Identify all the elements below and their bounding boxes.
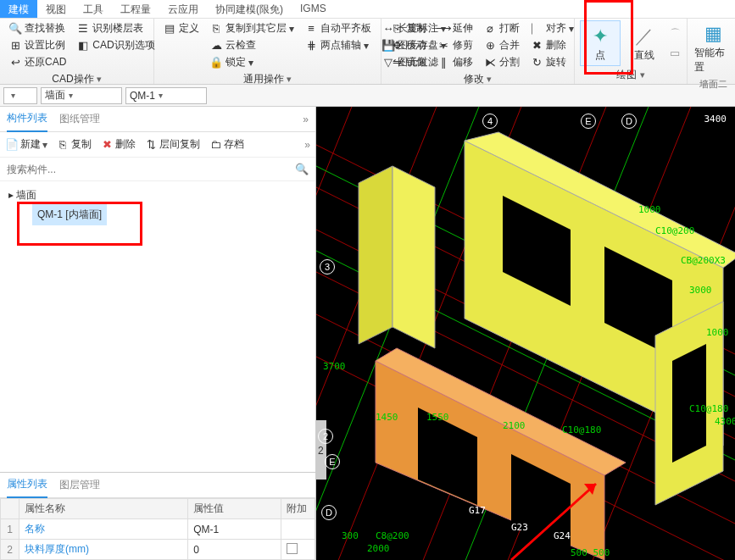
combo-type[interactable]: QM-1▾ (125, 87, 207, 104)
lock-icon: 🔒 (209, 56, 223, 69)
copy-icon: ⎘ (390, 22, 404, 36)
workspace: 构件列表 图纸管理 » 📄新建 ▾ ⎘复制 ✖删除 ⇅层间复制 🗀存档 » 🔍 … (0, 107, 735, 560)
btn-line[interactable]: ／ 直线 (624, 20, 665, 66)
btn-rotate[interactable]: ↻旋转 (526, 54, 577, 70)
col-name: 属性名称 (19, 499, 188, 519)
svg-marker-17 (393, 166, 435, 348)
options-icon: ◧ (76, 39, 90, 53)
search-input[interactable] (7, 164, 295, 175)
component-tree[interactable]: ▸ 墙面 QM-1 [内墙面] (0, 181, 315, 472)
btn-auto-level[interactable]: ≡自动平齐板 (301, 20, 375, 36)
btn-cad-options[interactable]: ◧CAD识别选项 (73, 37, 158, 53)
tab-drawing-mgmt[interactable]: 图纸管理 (59, 107, 100, 131)
restore-icon: ↩ (8, 56, 22, 69)
property-panel: 属性列表 图层管理 属性名称 属性值 附加 1 名称 QM-1 2 (0, 472, 315, 560)
panel-tabs: 构件列表 图纸管理 » (0, 107, 315, 132)
btn-merge[interactable]: ⊕合并 (480, 37, 523, 53)
btn-lock[interactable]: 🔒锁定 ▾ (206, 54, 298, 70)
btn-extend[interactable]: ⟶延伸 (433, 20, 476, 36)
layer-icon: ☰ (76, 22, 90, 36)
selector-bar: ▾ 墙面▾ QM-1▾ (0, 85, 735, 107)
btn-delete-item[interactable]: ✖删除 (100, 137, 136, 152)
btn-layer-copy[interactable]: ⇅层间复制 (144, 137, 200, 152)
group-label-general: 通用操作 ▾ (159, 70, 376, 86)
layercopy-icon: ⇅ (144, 138, 158, 152)
svg-marker-16 (359, 166, 393, 344)
toolbar-more-icon[interactable]: » (304, 139, 310, 151)
btn-offset[interactable]: ‖偏移 (433, 54, 476, 70)
btn-delete[interactable]: ✖删除 (526, 37, 577, 53)
btn-identify-layer[interactable]: ☰识别楼层表 (73, 20, 158, 36)
combo-empty[interactable]: ▾ (3, 87, 37, 104)
axis-marker: E (581, 114, 596, 129)
rect-icon[interactable]: ▭ (668, 46, 682, 59)
tab-model[interactable]: 建模 (0, 0, 37, 18)
left-panel: 构件列表 图纸管理 » 📄新建 ▾ ⎘复制 ✖删除 ⇅层间复制 🗀存档 » 🔍 … (0, 107, 316, 560)
btn-restore-cad[interactable]: ↩还原CAD (5, 54, 70, 70)
btn-archive[interactable]: 🗀存档 (209, 137, 244, 152)
merge-icon: ⊕ (483, 39, 497, 53)
combo-category[interactable]: 墙面▾ (41, 87, 122, 104)
btn-define[interactable]: ▤定义 (159, 20, 203, 36)
tree-root[interactable]: ▸ 墙面 (8, 186, 307, 204)
btn-find-replace[interactable]: 🔍查找替换 (5, 20, 70, 36)
line-icon: ／ (632, 25, 656, 48)
btn-copy-item[interactable]: ⎘复制 (56, 137, 92, 152)
rotate-icon: ↻ (530, 56, 543, 69)
tab-layer-mgmt[interactable]: 图层管理 (59, 473, 100, 497)
panel-more-icon[interactable]: » (303, 114, 309, 125)
btn-split[interactable]: ⧔分割 (480, 54, 523, 70)
trim-icon: ✂ (437, 39, 450, 53)
tab-collab[interactable]: 协同建模(限免) (207, 0, 292, 18)
table-row[interactable]: 1 名称 QM-1 (1, 519, 315, 540)
group-label-cad: CAD操作 ▾ (5, 70, 148, 86)
btn-break[interactable]: ⌀打断 (480, 20, 523, 36)
chevron-down-icon: ▾ (69, 91, 73, 100)
new-icon: 📄 (5, 138, 19, 152)
btn-cloud-check[interactable]: ☁云检查 (206, 37, 298, 53)
tab-component-list[interactable]: 构件列表 (7, 106, 47, 132)
btn-point[interactable]: ✦ 点 (580, 20, 621, 66)
col-extra: 附加 (281, 499, 315, 519)
split-icon: ⧔ (483, 56, 497, 69)
table-row[interactable]: 2 块料厚度(mm) 0 (1, 540, 315, 560)
viewport-svg: 2 (316, 107, 735, 560)
point-icon: ✦ (588, 25, 612, 48)
axis-marker: 4 (482, 114, 498, 129)
btn-two-point[interactable]: ⋕两点辅轴 ▾ (301, 37, 375, 53)
chevron-down-icon: ▾ (159, 91, 163, 100)
tab-view[interactable]: 视图 (37, 0, 75, 18)
search-icon-2[interactable]: 🔍 (295, 163, 309, 176)
property-table: 属性名称 属性值 附加 1 名称 QM-1 2 块料厚度(mm) 0 (0, 498, 315, 560)
btn-trim[interactable]: ✂修剪 (433, 37, 476, 53)
break-icon: ⌀ (483, 22, 497, 36)
btn-smart-layout[interactable]: ▦ 智能布置 (693, 20, 733, 76)
tab-prop-list[interactable]: 属性列表 (7, 472, 47, 498)
arc-icon[interactable]: ⌒ (668, 27, 682, 41)
btn-move[interactable]: ✥移动 (387, 37, 430, 53)
btn-copy-to[interactable]: ⎘复制到其它层 ▾ (206, 20, 298, 36)
archive-icon: 🗀 (209, 138, 222, 152)
tab-tools[interactable]: 工具 (75, 0, 112, 18)
btn-align[interactable]: ⎸对齐 ▾ (526, 20, 577, 36)
define-icon: ▤ (163, 22, 176, 36)
ribbon-tabs: 建模 视图 工具 工程量 云应用 协同建模(限免) IGMS (0, 0, 735, 19)
group-label-draw: 绘图 ▾ (580, 66, 682, 82)
tab-igms[interactable]: IGMS (292, 0, 335, 18)
viewport-3d[interactable]: 2 4 E D 3400 3 2 E D 1000 C10@200 3700 3… (316, 107, 735, 560)
btn-new[interactable]: 📄新建 ▾ (5, 137, 47, 152)
btn-copy[interactable]: ⎘复制 (387, 20, 430, 36)
group-label-wall: 墙面二 (693, 76, 733, 91)
tab-cloud[interactable]: 云应用 (159, 0, 207, 18)
axis-marker: D (321, 505, 337, 520)
btn-mirror[interactable]: ⇋镜像 (387, 54, 430, 70)
panel-toolbar: 📄新建 ▾ ⎘复制 ✖删除 ⇅层间复制 🗀存档 » (0, 132, 315, 158)
axis-icon: ⋕ (304, 39, 318, 53)
checkbox[interactable] (287, 543, 298, 554)
group-label-modify: 修改 ▾ (387, 70, 569, 86)
tree-item-qm1[interactable]: QM-1 [内墙面] (32, 204, 107, 225)
btn-set-scale[interactable]: ⊞设置比例 (5, 37, 70, 53)
tab-quantity[interactable]: 工程量 (112, 0, 159, 18)
svg-text:2: 2 (318, 445, 324, 457)
offset-icon: ‖ (437, 56, 450, 69)
